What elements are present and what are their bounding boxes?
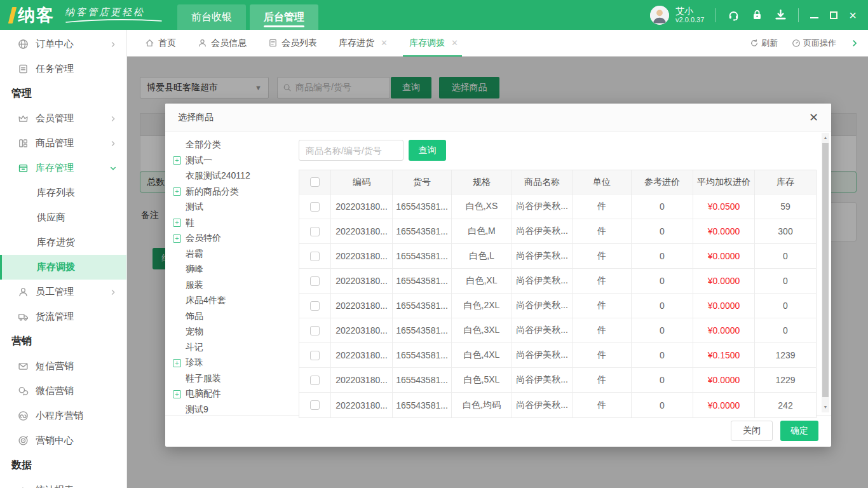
category-item[interactable]: 测试9 [173,402,294,418]
sidebar-item[interactable]: 任务管理 [0,57,126,81]
sidebar-item[interactable]: 商品管理 [0,131,126,156]
table-row[interactable]: 202203180...165543581...白色,2XL尚谷伊美秋...件0… [299,294,816,318]
sidebar-item[interactable]: 会员管理 [0,106,126,131]
sidebar-subitem[interactable]: 供应商 [0,205,126,230]
scroll-thumb[interactable] [822,143,829,397]
expand-icon[interactable]: + [173,390,181,398]
table-row[interactable]: 202203180...165543581...白色,5XL尚谷伊美秋...件0… [299,368,816,393]
dialog-confirm-button[interactable]: 确定 [780,421,818,441]
expand-icon[interactable]: + [173,156,181,165]
dialog-search-input[interactable] [299,140,403,161]
category-item[interactable]: 鞋子服装 [173,371,294,387]
support-icon[interactable] [728,9,740,21]
sidebar-item[interactable]: 货流管理 [0,304,126,329]
category-item[interactable]: +电脑配件 [173,386,294,402]
page-tab[interactable]: 会员信息 [198,30,247,56]
category-item[interactable]: 测试 [173,200,294,215]
expand-icon[interactable]: + [173,187,181,196]
row-checkbox[interactable] [310,351,320,360]
sidebar-item[interactable]: 小程序营销 [0,403,126,428]
expand-icon[interactable]: + [173,219,181,227]
sidebar-subitem[interactable]: 库存进货 [0,230,126,255]
sidebar-item[interactable]: 库存管理 [0,156,126,180]
tab-close-icon[interactable]: ✕ [381,38,388,48]
row-checkbox[interactable] [310,276,320,286]
table-row[interactable]: 202203180...165543581...白色,3XL尚谷伊美秋...件0… [299,318,816,343]
sidebar-item[interactable]: 微信营销 [0,379,126,403]
scroll-down-icon[interactable]: ▼ [822,403,829,411]
table-row[interactable]: 202203180...165543581...白色,XS尚谷伊美秋...件0¥… [299,194,816,219]
table-row[interactable]: 202203180...165543581...白色,4XL尚谷伊美秋...件0… [299,343,816,368]
inventory-icon [18,163,29,173]
page-actions-icon [792,39,801,48]
divider [798,8,799,22]
row-checkbox[interactable] [310,227,320,236]
row-checkbox[interactable] [310,400,320,410]
row-checkbox-cell [299,244,331,268]
table-row[interactable]: 202203180...165543581...白色,XL尚谷伊美秋...件0¥… [299,269,816,294]
avatar[interactable] [650,6,669,25]
dialog-cancel-button[interactable]: 关闭 [731,421,773,441]
row-checkbox[interactable] [310,301,320,311]
category-item[interactable]: +鞋 [173,215,294,231]
page-actions-button[interactable]: 页面操作 [792,37,836,49]
cell-item_no: 165543581... [393,393,452,417]
nav-tab[interactable]: 后台管理 [250,4,318,30]
category-item[interactable]: 床品4件套 [173,293,294,309]
refresh-button[interactable]: 刷新 [750,37,778,49]
home-icon [145,38,154,48]
category-item[interactable]: 服装 [173,278,294,294]
tab-close-icon[interactable]: ✕ [451,38,458,48]
category-item[interactable]: +新的商品分类 [173,184,294,200]
cell-ref_price: 0 [632,194,693,219]
category-item[interactable]: 宠物 [173,324,294,340]
category-item[interactable]: 斗记 [173,340,294,356]
sidebar-item[interactable]: 统计报表 [0,478,126,488]
sidebar-item[interactable]: 营销中心 [0,428,126,453]
category-item[interactable]: +会员特价 [173,231,294,247]
category-label: 珍珠 [186,357,203,369]
select-all-checkbox[interactable] [310,177,320,187]
maximize-icon[interactable] [830,11,837,19]
category-item[interactable]: +珍珠 [173,355,294,371]
row-checkbox[interactable] [310,202,320,212]
sidebar-item[interactable]: 短信营销 [0,354,126,379]
page-tab[interactable]: 库存进货✕ [339,30,388,56]
expand-icon[interactable]: + [173,359,181,367]
scrollbar[interactable]: ▲ ▼ [822,133,829,412]
category-item[interactable]: 岩霸 [173,247,294,262]
category-item[interactable]: +测试一 [173,153,294,169]
cell-item_no: 165543581... [393,318,452,342]
cell-code: 202203180... [331,244,393,268]
chevron-right-icon[interactable] [850,39,859,48]
dialog-close-icon[interactable]: ✕ [809,112,818,123]
row-checkbox[interactable] [310,326,320,336]
page-tab[interactable]: 首页 [145,30,176,56]
category-item[interactable]: 狮峰 [173,262,294,278]
table-row[interactable]: 202203180...165543581...白色,均码尚谷伊美秋...件0¥… [299,393,816,417]
category-item[interactable]: 衣服测试240112 [173,168,294,184]
row-checkbox[interactable] [310,376,320,385]
user-info[interactable]: 艾小 v2.0.0.37 [675,6,704,24]
download-icon[interactable] [775,9,787,21]
scroll-up-icon[interactable]: ▲ [822,134,829,142]
category-item[interactable]: 饰品 [173,309,294,325]
main-nav: 前台收银后台管理 [177,4,322,30]
sidebar-item[interactable]: 员工管理 [0,280,126,304]
minimize-icon[interactable] [810,17,818,18]
close-icon[interactable]: × [849,9,857,22]
lock-icon[interactable] [751,9,763,21]
category-item[interactable]: 全部分类 [173,137,294,153]
expand-icon[interactable]: + [173,234,181,243]
table-row[interactable]: 202203180...165543581...白色,L尚谷伊美秋...件0¥0… [299,244,816,269]
dialog-query-button[interactable]: 查询 [409,140,446,161]
row-checkbox[interactable] [310,252,320,261]
sidebar-subitem[interactable]: 库存列表 [0,180,126,205]
page-tab[interactable]: 会员列表 [268,30,317,56]
sidebar-item[interactable]: 订单中心 [0,32,126,57]
table-row[interactable]: 202203180...165543581...白色,M尚谷伊美秋...件0¥0… [299,219,816,244]
page-tab[interactable]: 库存调拨✕ [409,30,458,56]
sidebar-item-label: 订单中心 [36,38,74,50]
sidebar-subitem[interactable]: 库存调拨 [0,255,126,280]
nav-tab[interactable]: 前台收银 [177,4,246,30]
